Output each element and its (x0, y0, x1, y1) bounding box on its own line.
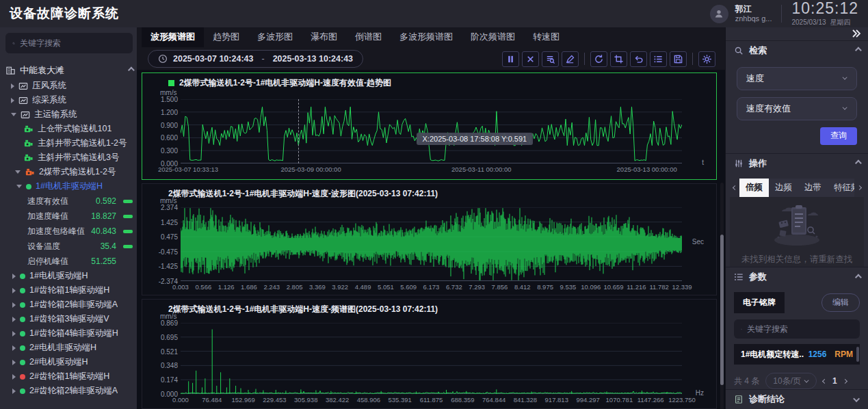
main-tab[interactable]: 波形频谱图 (142, 27, 204, 47)
caret-right-icon[interactable] (12, 374, 16, 380)
tree-metric-row[interactable]: 启停机峰值51.255 (5, 254, 133, 269)
toolbar-list-search-button[interactable] (542, 51, 559, 67)
toolbar-save-button[interactable] (670, 51, 687, 67)
chart-plot[interactable] (181, 323, 682, 394)
tree-item-measure-point[interactable]: 1#电机驱动端H (5, 269, 133, 283)
caret-down-icon[interactable] (15, 170, 21, 174)
toolbar-crop-button[interactable] (610, 51, 627, 67)
chart-plot[interactable] (181, 207, 682, 281)
tree-item-measure-point[interactable]: 1#齿轮箱3轴驱动端V (5, 312, 133, 326)
tree-item-measure-point[interactable]: 2#电机驱动端H (5, 355, 133, 369)
edit-button[interactable]: 编辑 (821, 293, 860, 312)
chart-canvas (181, 207, 682, 281)
caret-right-icon[interactable] (12, 360, 16, 365)
tree-metric-row[interactable]: 设备温度35.4 (5, 239, 133, 254)
page-size-select[interactable]: 10条/页 (765, 373, 817, 389)
toolbar-close-button[interactable] (522, 51, 539, 67)
toolbar-gear-button[interactable] (698, 51, 715, 67)
tree-item-measure-point[interactable]: 1#齿轮箱2轴非驱动端A (5, 298, 133, 312)
tree-item-machine[interactable]: 上仓带式输送机101 (5, 122, 133, 136)
nameplate-tab[interactable]: 电子铭牌 (734, 292, 785, 313)
collapse-panel-icon[interactable] (852, 29, 861, 40)
next-page-button[interactable] (843, 380, 847, 383)
operation-tab[interactable]: 边带 (798, 179, 828, 197)
chevron-up-icon[interactable] (128, 67, 135, 74)
main-scrollbar[interactable] (720, 183, 724, 409)
prev-page-button[interactable] (823, 380, 826, 383)
tree-item-measure-point[interactable]: 2#电机非驱动端H (5, 341, 133, 355)
caret-down-icon[interactable] (11, 113, 16, 116)
section-header-diagnosis[interactable]: 诊断结论 (726, 389, 868, 409)
date-range-picker[interactable]: 2025-03-07 10:24:43 - 2025-03-13 10:24:4… (148, 50, 363, 68)
main-tab[interactable]: 阶次频谱图 (462, 27, 524, 47)
caret-right-icon[interactable] (12, 345, 16, 351)
section-header-operation[interactable]: 操作 (726, 153, 868, 173)
tree-metric-row[interactable]: 加速度峰值18.827 (5, 209, 133, 224)
chevron-up-icon[interactable] (855, 160, 862, 167)
caret-right-icon[interactable] (12, 302, 16, 308)
operation-tab[interactable]: 特征频率 (828, 179, 854, 197)
param-list-scrollbar[interactable] (856, 347, 859, 362)
query-button[interactable]: 查询 (820, 127, 857, 145)
chart-plot[interactable]: X:2025-03-08 17:58:08 Y:0.591 (181, 99, 682, 163)
operation-tab[interactable]: 倍频 (739, 179, 769, 197)
tree-item-machine[interactable]: 主斜井带式输送机1-2号 (5, 136, 133, 150)
main-tab[interactable]: 趋势图 (204, 27, 248, 47)
main-tab[interactable]: 瀑布图 (302, 27, 346, 47)
caret-right-icon[interactable] (12, 317, 16, 322)
tree-item-measure-point[interactable]: 1#齿轮箱1轴驱动端H (5, 283, 133, 298)
operation-empty-state: 未找到相关信息，请重新查找 (730, 197, 864, 267)
main-tab[interactable]: 多波形图 (248, 27, 302, 47)
tree-metric-row[interactable]: 速度有效值0.592 (5, 194, 133, 209)
caret-right-icon[interactable] (11, 98, 14, 103)
tree-item-measure-point[interactable]: 2#齿轮箱2轴非驱动端A (5, 384, 133, 398)
tree-metric-row[interactable]: 加速度包络峰值40.843 (5, 224, 133, 239)
tree-item-system[interactable]: 综采系统 (5, 93, 133, 107)
param-row[interactable]: 1#电机额定转速..1256RPM (734, 344, 860, 365)
filter-select[interactable]: 速度 (737, 67, 857, 90)
tree-item-measure-point[interactable]: 2#齿轮箱1轴驱动端H (5, 369, 133, 384)
param-search[interactable] (734, 319, 860, 339)
sidebar-search-input[interactable] (20, 38, 126, 48)
section-header-params[interactable]: 参数 (726, 267, 868, 287)
caret-right-icon[interactable] (12, 288, 16, 293)
filter-select[interactable]: 速度有效值 (737, 97, 857, 120)
chevron-up-icon[interactable] (855, 47, 862, 54)
toolbar-refresh-button[interactable] (590, 51, 607, 67)
tree-root-company[interactable]: 中能袁大滩 (5, 62, 133, 79)
main-scrollbar-thumb[interactable] (720, 235, 724, 385)
user-info[interactable]: 郭江 znhbqs g... (735, 4, 772, 24)
main-tab[interactable]: 倒谱图 (346, 27, 391, 47)
system-icon (21, 110, 30, 120)
chart-panel-waveform[interactable]: 2煤带式输送机1-2号-1#电机非驱动端H-速度-波形图(2025-03-13 … (142, 183, 717, 295)
param-search-input[interactable] (747, 324, 853, 334)
tree-item-machine[interactable]: 主斜井带式输送机3号 (5, 150, 133, 165)
tree-item-machine[interactable]: 2煤带式输送机1-2号 (5, 165, 133, 179)
toolbar-undo-button[interactable] (630, 51, 647, 67)
tree-item-measure-point[interactable]: 1#齿轮箱4轴非驱动端H (5, 326, 133, 341)
chevron-up-icon[interactable] (855, 274, 862, 280)
sidebar-search[interactable] (5, 33, 133, 53)
main-tab[interactable]: 转速图 (524, 27, 568, 47)
tabs-scroll-left[interactable] (730, 186, 739, 189)
caret-right-icon[interactable] (12, 331, 16, 337)
toolbar-list-button[interactable] (650, 51, 667, 67)
tabs-scroll-right[interactable] (854, 186, 864, 189)
tree-item-system[interactable]: 主运输系统 (5, 107, 133, 122)
tree-item-system[interactable]: 压风系统 (5, 79, 133, 93)
caret-down-icon[interactable] (16, 185, 22, 188)
toolbar-pause-button[interactable] (502, 51, 519, 67)
chart-panel-spectrum[interactable]: 2煤带式输送机1-2号-1#电机非驱动端H-速度-频谱图(2025-03-13 … (142, 299, 717, 409)
chart-panel-line[interactable]: 2煤带式输送机1-2号-1#电机非驱动端H-速度有效值-趋势图mm/s1.500… (142, 72, 717, 180)
chevron-down-icon[interactable] (853, 395, 860, 402)
toolbar-pencil-button[interactable] (562, 51, 579, 67)
operation-tab[interactable]: 边频 (769, 179, 798, 197)
caret-right-icon[interactable] (11, 83, 14, 89)
section-header-search[interactable]: 检索 (726, 40, 868, 60)
caret-right-icon[interactable] (12, 274, 16, 279)
user-name: 郭江 (735, 4, 772, 14)
avatar[interactable] (710, 5, 728, 23)
caret-right-icon[interactable] (12, 388, 16, 394)
main-tab[interactable]: 多波形频谱图 (391, 27, 462, 47)
tree-item-measure-point[interactable]: 1#电机非驱动端H (5, 179, 133, 194)
